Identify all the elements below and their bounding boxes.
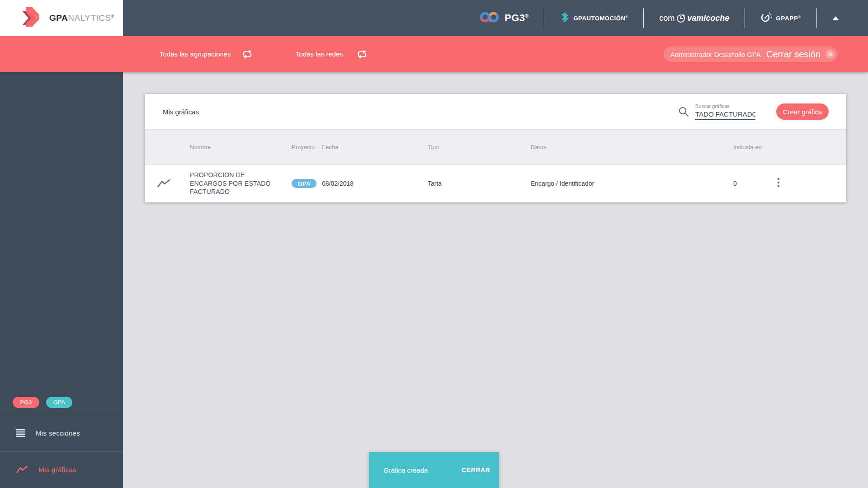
row-date: 08/02/2018 <box>322 180 428 187</box>
main-content: Mis gráficas Buscar gráficas Crear gráfi… <box>123 72 868 488</box>
column-header-nombre: Nombre <box>190 144 292 150</box>
gpapp-dial-icon <box>760 11 772 25</box>
gpautomocion-arrow-icon <box>560 13 570 23</box>
row-menu-cell <box>773 176 846 191</box>
page-title: Mis gráficas <box>163 108 199 116</box>
graficas-card: Mis gráficas Buscar gráficas Crear gráfi… <box>145 94 846 202</box>
row-project-cell: GPA <box>292 179 322 188</box>
column-header-incluida-en: Incluida en <box>733 144 773 150</box>
current-user-label: Administrador Desarrollo GPA <box>670 51 761 58</box>
collapse-header-button[interactable] <box>832 16 839 20</box>
gpanalytics-arrow-icon <box>20 6 43 30</box>
column-header-proyecto: Proyecto <box>292 144 322 150</box>
column-header-datos: Datos <box>531 144 733 150</box>
comprova-pre-text: com <box>659 14 675 23</box>
triangle-up-icon <box>832 16 839 20</box>
snackbar-message: Gráfica creada <box>383 466 428 474</box>
gpapp-logo[interactable]: GPAPP® <box>760 11 801 25</box>
pg3-logo[interactable]: PG3® <box>479 11 528 25</box>
snackbar-close-button[interactable]: CERRAR <box>458 464 494 476</box>
divider <box>816 8 817 28</box>
clock-icon <box>676 13 686 23</box>
row-overflow-menu-icon[interactable] <box>775 176 782 191</box>
user-session-pill: Administrador Desarrollo GPA Cerrar sesi… <box>664 47 838 62</box>
logout-label: Cerrar sesión <box>766 49 821 60</box>
sidebar-badge-gpa[interactable]: GPA <box>46 397 72 408</box>
top-bar: PG3® GPAUTOMOCIÓN® com <box>0 0 868 36</box>
gpautomocion-logo[interactable]: GPAUTOMOCIÓN® <box>560 13 628 23</box>
row-chart-icon <box>145 178 190 188</box>
sidebar-item-mis-graficas[interactable]: Mis gráficas <box>0 451 123 488</box>
row-data: Encargo / Identificador <box>531 180 733 187</box>
sidebar-badge-pg3[interactable]: PG3 <box>13 397 39 408</box>
logout-x-icon <box>826 50 835 59</box>
project-badge: GPA <box>292 179 316 188</box>
swap-agrupaciones-icon[interactable] <box>242 49 253 59</box>
comprova-post-text: vamicoche <box>687 14 729 23</box>
column-header-fecha: Fecha <box>322 144 428 150</box>
app: PG3® GPAUTOMOCIÓN® com <box>0 0 868 488</box>
pg3-infinity-icon <box>479 11 500 25</box>
gpanalytics-logo[interactable]: GPANALYTICS® <box>0 0 123 36</box>
table-header-row: Nombre Proyecto Fecha Tipo Datos Incluid… <box>145 129 846 165</box>
sidebar-item-label: Mis gráficas <box>38 466 76 474</box>
swap-redes-icon[interactable] <box>357 49 368 59</box>
gpautomocion-text: GPAUTOMOCIÓN® <box>573 15 628 22</box>
divider <box>643 8 644 28</box>
row-name: PROPORCION DE ENCARGOS POR ESTADO FACTUR… <box>190 171 292 196</box>
filter-redes-label[interactable]: Todas las redes <box>296 36 343 72</box>
column-header-tipo: Tipo <box>428 144 531 150</box>
search-label: Buscar gráficas <box>695 103 755 109</box>
partner-logos: PG3® GPAUTOMOCIÓN® com <box>479 0 839 36</box>
list-icon <box>16 429 25 437</box>
row-included-count: 0 <box>733 180 773 187</box>
search-input[interactable] <box>695 110 755 120</box>
gpapp-text: GPAPP® <box>776 15 801 22</box>
trend-chart-icon <box>16 465 28 474</box>
divider <box>745 8 745 28</box>
sidebar: PG3 GPA Mis secciones Mis gráficas <box>0 36 123 488</box>
search-cluster: Buscar gráficas Crear gráfica <box>678 103 829 120</box>
pg3-logo-text: PG3® <box>505 12 528 24</box>
snackbar: Gráfica creada CERRAR <box>369 452 499 488</box>
logout-button[interactable]: Cerrar sesión <box>766 49 835 60</box>
search-icon[interactable] <box>678 106 689 117</box>
sidebar-item-mis-secciones[interactable]: Mis secciones <box>0 415 123 451</box>
table-row[interactable]: PROPORCION DE ENCARGOS POR ESTADO FACTUR… <box>145 165 846 202</box>
filter-bar: Todas las agrupaciones Todas las redes A… <box>0 36 868 72</box>
row-type: Tarta <box>428 180 531 187</box>
filter-agrupaciones-label[interactable]: Todas las agrupaciones <box>160 36 231 72</box>
comprovamicoche-logo[interactable]: com vamicoche <box>659 13 729 23</box>
sidebar-item-label: Mis secciones <box>36 429 80 437</box>
search-field: Buscar gráficas <box>695 103 755 120</box>
sidebar-badges: PG3 GPA <box>0 397 123 408</box>
create-chart-button[interactable]: Crear gráfica <box>776 103 829 120</box>
gpanalytics-text: GPANALYTICS® <box>49 13 114 23</box>
card-header: Mis gráficas Buscar gráficas Crear gráfi… <box>145 94 846 129</box>
divider <box>544 8 544 28</box>
